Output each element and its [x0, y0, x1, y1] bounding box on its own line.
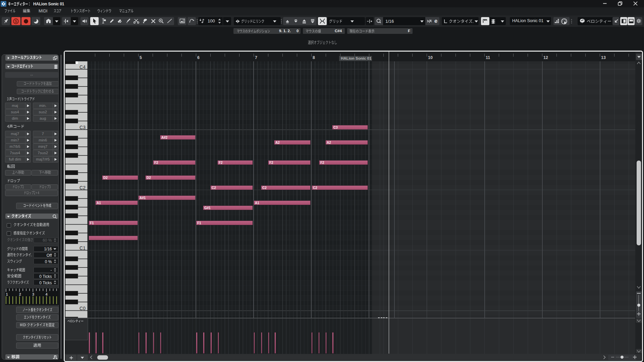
svg-text:S: S [14, 19, 17, 24]
